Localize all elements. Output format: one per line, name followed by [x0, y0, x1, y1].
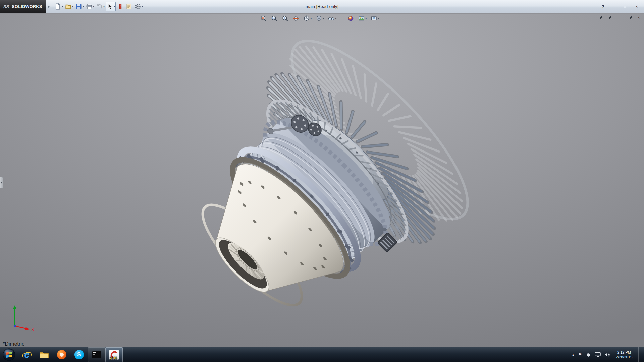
zoom-to-area-icon: [271, 15, 278, 22]
taskbar-items: e S 2015: [18, 347, 123, 362]
view-settings-button[interactable]: ▾: [370, 15, 379, 22]
view-orientation-button[interactable]: ▾: [303, 15, 312, 22]
brand-name: SOLIDWORKS: [12, 4, 42, 9]
select-cursor-icon: [106, 3, 113, 10]
display-icon[interactable]: [595, 352, 601, 357]
media-player-icon: [57, 350, 66, 359]
restore-icon: [624, 5, 627, 8]
previous-view-button[interactable]: [281, 15, 289, 22]
undo-icon: [96, 3, 103, 10]
model-canvas[interactable]: [0, 14, 644, 347]
window-title: main [Read-only]: [306, 4, 338, 9]
solidworks-version-badge: 2015: [110, 356, 117, 360]
chevron-down-icon[interactable]: ▾: [335, 17, 336, 20]
folder-icon: [39, 350, 49, 359]
file-properties-button[interactable]: [125, 2, 133, 11]
chevron-down-icon[interactable]: ▾: [323, 17, 324, 20]
action-center-flag-icon[interactable]: ⚑: [578, 352, 582, 357]
chevron-down-icon[interactable]: ▾: [62, 5, 63, 8]
chevron-down-icon[interactable]: ▾: [103, 5, 105, 8]
zoom-to-fit-icon: [260, 15, 267, 22]
minimize-button[interactable]: –: [609, 3, 619, 10]
new-document-icon: [54, 3, 61, 10]
help-button[interactable]: ?: [599, 4, 607, 9]
new-document-button[interactable]: ▾: [54, 2, 64, 11]
undo-button[interactable]: ▾: [95, 2, 105, 11]
edit-appearance-sphere-icon: [347, 15, 354, 22]
new-window-button[interactable]: [599, 15, 606, 21]
doc-close-button[interactable]: ×: [635, 15, 642, 21]
edit-appearance-button[interactable]: [347, 15, 355, 22]
taskbar-item-command-prompt[interactable]: [88, 347, 105, 362]
chevron-down-icon[interactable]: ▾: [83, 5, 84, 8]
titlebar-controls: ? – ×: [599, 3, 644, 10]
taskbar-item-media-player[interactable]: [53, 347, 70, 362]
zoom-to-fit-button[interactable]: [260, 15, 267, 22]
triad-x-axis: [15, 326, 27, 329]
doc-minimize-button[interactable]: –: [617, 15, 624, 21]
menu-expand-arrow[interactable]: [46, 3, 51, 11]
skype-icon: S: [74, 350, 84, 359]
triad-y-arrowhead: [13, 305, 16, 309]
usb-device-icon[interactable]: [586, 352, 591, 357]
volume-icon[interactable]: [604, 352, 610, 357]
taskbar-item-internet-explorer[interactable]: e: [18, 347, 36, 362]
triad-z-axis: [14, 325, 16, 327]
show-desktop-button[interactable]: [638, 347, 643, 362]
clock-time: 2:12 PM: [616, 350, 632, 355]
open-button[interactable]: ▾: [64, 2, 74, 11]
start-button[interactable]: [0, 347, 18, 362]
previous-view-icon: [281, 15, 288, 22]
rebuild-button[interactable]: [116, 2, 124, 11]
clock-date: 7/28/2015: [616, 355, 632, 359]
apply-scene-button[interactable]: ▾: [358, 15, 367, 22]
file-properties-icon: [125, 3, 132, 10]
document-window-controls: – ×: [599, 15, 642, 21]
solidworks-app-icon: 2015: [109, 350, 119, 360]
taskbar-item-windows-explorer[interactable]: [36, 347, 53, 362]
chevron-down-icon[interactable]: ▾: [365, 17, 367, 20]
chevron-down-icon[interactable]: ▾: [142, 5, 143, 8]
hidden-icons-button[interactable]: ▴: [572, 353, 574, 357]
internet-explorer-icon: e: [22, 350, 32, 360]
display-style-button[interactable]: ▾: [315, 15, 324, 22]
display-style-icon: [315, 15, 322, 22]
chevron-down-icon[interactable]: ▾: [378, 17, 379, 20]
taskbar-clock[interactable]: 2:12 PM 7/28/2015: [614, 350, 634, 360]
close-button[interactable]: ×: [632, 3, 641, 10]
chevron-right-icon: [1, 181, 2, 184]
zoom-to-area-button[interactable]: [270, 15, 278, 22]
graphics-viewport[interactable]: ▾ ▾ ▾ ▾ ▾ – ×: [0, 14, 644, 347]
view-orientation-cube-icon: [303, 15, 310, 22]
solidworks-logo: 3S SOLIDWORKS: [0, 0, 46, 13]
options-gear-icon: [134, 3, 141, 10]
cascade-windows-icon: [600, 16, 604, 19]
windows-start-orb-icon: [3, 348, 15, 361]
chevron-down-icon[interactable]: ▾: [93, 5, 94, 8]
taskbar: e S 2015 ▴ ⚑ 2:12 PM 7/28/2015: [0, 347, 644, 362]
select-button[interactable]: ▾: [106, 2, 116, 11]
reference-triad: X: [3, 303, 36, 336]
print-icon: [86, 3, 93, 10]
heads-up-view-toolbar: ▾ ▾ ▾ ▾ ▾: [260, 15, 379, 22]
rebuild-icon: [117, 3, 124, 10]
taskbar-item-skype[interactable]: S: [70, 347, 88, 362]
chevron-down-icon[interactable]: ▾: [310, 17, 312, 20]
save-button[interactable]: ▾: [74, 2, 85, 11]
featuremanager-splitter-handle[interactable]: [0, 177, 3, 188]
system-tray: ▴ ⚑ 2:12 PM 7/28/2015: [572, 347, 644, 362]
doc-restore-button[interactable]: [626, 15, 633, 21]
print-button[interactable]: ▾: [85, 2, 95, 11]
view-orientation-label: *Dimetric: [3, 341, 24, 347]
options-button[interactable]: ▾: [133, 2, 144, 11]
section-view-button[interactable]: [292, 15, 300, 22]
restore-icon: [628, 16, 632, 19]
taskbar-item-solidworks[interactable]: 2015: [105, 347, 123, 362]
hide-show-items-button[interactable]: ▾: [327, 15, 337, 22]
maximize-button[interactable]: [621, 3, 630, 10]
tile-windows-button[interactable]: [608, 15, 615, 21]
chevron-down-icon[interactable]: ▾: [72, 5, 73, 8]
apply-scene-icon: [358, 15, 365, 22]
tile-windows-icon: [609, 16, 613, 19]
chevron-down-icon[interactable]: ▾: [114, 5, 115, 8]
